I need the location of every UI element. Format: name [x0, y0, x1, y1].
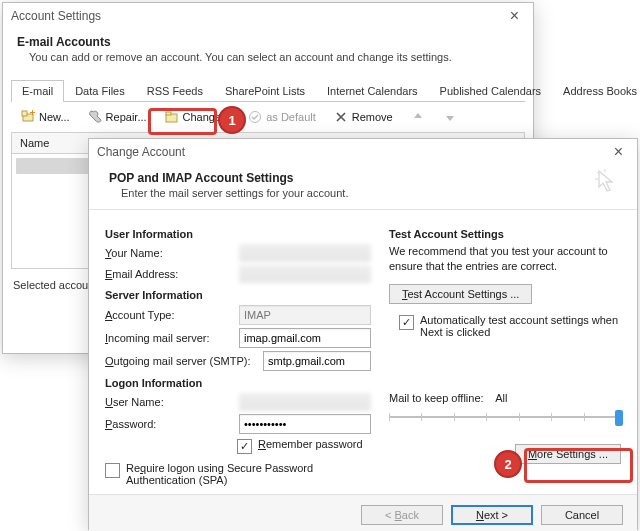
label-your-name: Your Name:: [105, 247, 233, 259]
move-down-button: [437, 108, 463, 126]
group-logon-info: Logon Information: [105, 377, 371, 389]
svg-rect-1: [22, 111, 27, 116]
tab-sharepoint-lists[interactable]: SharePoint Lists: [214, 80, 316, 102]
email-field[interactable]: [239, 265, 371, 283]
label-email: Email Address:: [105, 268, 233, 280]
remove-label: Remove: [352, 111, 393, 123]
dialog-heading: POP and IMAP Account Settings: [109, 171, 623, 185]
dialog-header: POP and IMAP Account Settings Enter the …: [89, 165, 637, 209]
spa-checkbox[interactable]: [105, 463, 120, 478]
dialog-title: Change Account: [97, 145, 185, 159]
label-outgoing: Outgoing mail server (SMTP):: [105, 355, 257, 367]
account-type-select: [239, 305, 371, 325]
dialog-subheading: Enter the mail server settings for your …: [109, 185, 623, 207]
check-circle-icon: [248, 110, 262, 124]
dialog-footer: < Back Next > Cancel: [89, 494, 637, 531]
label-incoming: Incoming mail server:: [105, 332, 233, 344]
group-user-info: User Information: [105, 228, 371, 240]
folder-change-icon: [165, 110, 179, 124]
toolbar: New... Repair... Change... as Default Re…: [3, 102, 533, 132]
new-icon: [21, 110, 35, 124]
test-description: We recommend that you test your account …: [389, 244, 621, 274]
mail-offline-label: Mail to keep offline:: [389, 392, 484, 404]
left-column: User Information Your Name: Email Addres…: [105, 222, 371, 490]
badge-2: 2: [494, 450, 522, 478]
set-default-label: as Default: [266, 111, 316, 123]
mail-offline-row: Mail to keep offline: All: [389, 392, 621, 426]
tabstrip: E-mail Data Files RSS Feeds SharePoint L…: [11, 79, 525, 102]
password-input[interactable]: [239, 414, 371, 434]
arrow-down-icon: [443, 110, 457, 124]
remember-password-checkbox[interactable]: [237, 439, 252, 454]
label-username: User Name:: [105, 396, 233, 408]
new-label: New...: [39, 111, 70, 123]
close-icon[interactable]: ×: [608, 142, 629, 162]
tab-internet-calendars[interactable]: Internet Calendars: [316, 80, 429, 102]
close-icon[interactable]: ×: [504, 6, 525, 26]
username-field[interactable]: [239, 393, 371, 411]
remove-button[interactable]: Remove: [328, 108, 399, 126]
window-title: Account Settings: [11, 9, 101, 23]
tab-data-files[interactable]: Data Files: [64, 80, 136, 102]
group-test: Test Account Settings: [389, 228, 621, 240]
section-title: E-mail Accounts: [17, 35, 519, 49]
repair-label: Repair...: [106, 111, 147, 123]
set-default-button: as Default: [242, 108, 322, 126]
section-subtitle: You can add or remove an account. You ca…: [17, 49, 519, 71]
slider-thumb[interactable]: [615, 410, 623, 426]
change-account-window: Change Account × POP and IMAP Account Se…: [88, 138, 638, 530]
badge-1: 1: [218, 106, 246, 134]
next-button[interactable]: Next >: [451, 505, 533, 525]
wrench-icon: [88, 110, 102, 124]
back-button: < Back: [361, 505, 443, 525]
move-up-button: [405, 108, 431, 126]
titlebar: Account Settings ×: [3, 3, 533, 29]
test-account-settings-button[interactable]: Test Account Settings ...: [389, 284, 532, 304]
label-password: Password:: [105, 418, 233, 430]
svg-rect-3: [166, 112, 171, 115]
tab-published-calendars[interactable]: Published Calendars: [429, 80, 553, 102]
incoming-server-input[interactable]: [239, 328, 371, 348]
svg-point-4: [250, 112, 261, 123]
tab-rss-feeds[interactable]: RSS Feeds: [136, 80, 214, 102]
mail-offline-value: All: [495, 392, 507, 404]
repair-button[interactable]: Repair...: [82, 108, 153, 126]
auto-test-checkbox[interactable]: [399, 315, 414, 330]
auto-test-label: Automatically test account settings when…: [420, 314, 621, 338]
label-account-type: Account Type:: [105, 309, 233, 321]
mail-offline-slider[interactable]: [389, 408, 621, 426]
cancel-button[interactable]: Cancel: [541, 505, 623, 525]
remove-icon: [334, 110, 348, 124]
group-server-info: Server Information: [105, 289, 371, 301]
more-settings-button[interactable]: More Settings ...: [515, 444, 621, 464]
section-header: E-mail Accounts You can add or remove an…: [3, 29, 533, 73]
tab-email[interactable]: E-mail: [11, 80, 64, 102]
tab-address-books[interactable]: Address Books: [552, 80, 640, 102]
new-button[interactable]: New...: [15, 108, 76, 126]
your-name-field[interactable]: [239, 244, 371, 262]
arrow-up-icon: [411, 110, 425, 124]
dialog-titlebar: Change Account ×: [89, 139, 637, 165]
remember-password-label: Remember password: [258, 438, 363, 450]
outgoing-server-input[interactable]: [263, 351, 371, 371]
cursor-arrow-icon: [593, 167, 621, 195]
spa-label: Require logon using Secure Password Auth…: [126, 462, 371, 486]
form-area: User Information Your Name: Email Addres…: [89, 214, 637, 494]
